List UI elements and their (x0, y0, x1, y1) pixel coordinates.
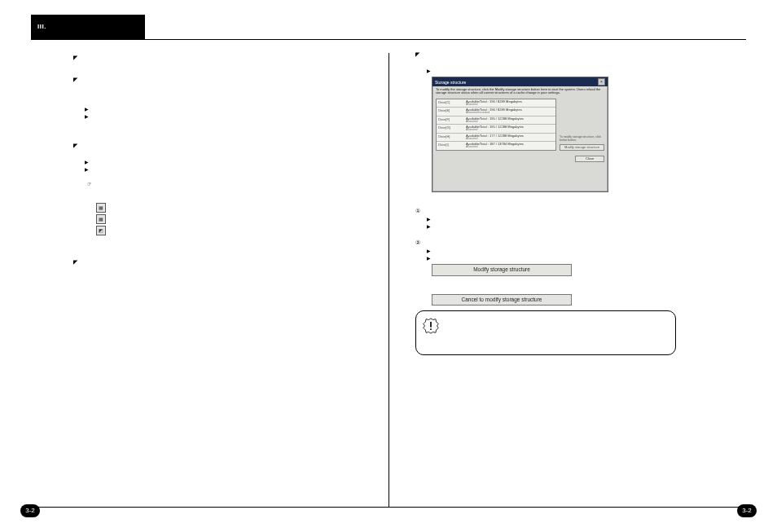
close-icon[interactable]: × (598, 78, 605, 86)
triangle-icon: ▶ (427, 68, 433, 73)
table-row: Drive[F] Available/Total : 195 / 12288 M… (437, 117, 555, 125)
modify-storage-structure-button[interactable]: Modify storage structure (432, 264, 572, 276)
toolbar-glyph-icon: ◩ (96, 226, 106, 235)
page-number-right: 3-2 (737, 504, 757, 517)
drive-status: Allocated (466, 138, 554, 141)
warning-box (415, 310, 676, 355)
list-item: ▶ (85, 166, 399, 172)
list-item: ▶ (85, 113, 399, 119)
drive-status: Allocated (466, 103, 554, 107)
list-item: ▶ (427, 216, 741, 222)
modify-storage-button[interactable]: Modify storage structure (560, 144, 604, 151)
side-hint-text: To modify storage structure, click below… (560, 135, 604, 143)
triangle-icon: ▶ (427, 248, 433, 253)
drive-status: Allocated/recorded (466, 112, 554, 115)
triangle-icon: ▶ (427, 256, 433, 261)
icon-definition-row: ▦ (96, 203, 399, 213)
list-item: ▶ (427, 223, 741, 229)
drive-label: Drive[I] (437, 142, 464, 150)
page-number-left: 3-2 (20, 504, 40, 517)
list-item: ◤ (73, 54, 399, 61)
list-item: ▶ (85, 106, 399, 112)
close-button[interactable]: Close (575, 156, 604, 162)
list-item: ▶ (427, 68, 741, 73)
drive-label: Drive[G] (437, 125, 464, 133)
icon-definition-row: ▦ (96, 214, 399, 224)
list-item: ◤ (73, 76, 399, 83)
numbered-step: ① (415, 207, 741, 214)
toolbar-glyph-icon: ▦ (96, 214, 106, 224)
note-row: ☞ (85, 182, 399, 188)
numbered-step: ② (415, 239, 741, 246)
svg-rect-1 (430, 322, 432, 328)
right-column: ◤ ▶ Storage structure × To modify the st… (415, 49, 741, 499)
dialog-titlebar: Storage structure × (432, 77, 608, 86)
table-row: Drive[I] Available/Total : 187 / 13784 M… (437, 142, 555, 150)
index-marker-icon: ◤ (73, 258, 81, 266)
triangle-icon: ▶ (427, 217, 433, 222)
warning-icon (423, 318, 439, 334)
list-item: ▶ (427, 255, 741, 261)
dialog-title-text: Storage structure (435, 79, 466, 86)
left-column: ◤ ◤ ▶ ▶ ◤ ▶ ▶ (73, 49, 399, 499)
list-item: ◤ (415, 51, 741, 58)
dialog-footer: Close (432, 152, 608, 164)
table-row: Drive[C] Available/Total : 196 / 8289 Me… (437, 99, 555, 108)
storage-structure-dialog: Storage structure × To modify the storag… (432, 77, 608, 192)
list-item: ▶ (85, 159, 399, 165)
drive-label: Drive[F] (437, 117, 464, 125)
drive-status: Allocated (466, 129, 554, 132)
table-row: Drive[G] Available/Total : 195 / 12288 M… (437, 125, 555, 134)
index-marker-icon: ◤ (73, 76, 81, 83)
list-item: ▶ (427, 248, 741, 253)
triangle-icon: ▶ (85, 107, 91, 112)
dialog-description: To modify the storage structure, click t… (432, 86, 608, 97)
dialog-body: Drive[C] Available/Total : 196 / 8289 Me… (432, 97, 608, 152)
toolbar-glyph-icon: ▦ (96, 203, 106, 213)
note-marker-icon: ☞ (85, 182, 93, 188)
drive-status: Allocated (466, 146, 554, 149)
triangle-icon: ▶ (85, 160, 91, 165)
manual-page: III. ◤ ◤ ▶ ▶ ◤ ▶ (0, 0, 777, 532)
table-row: Drive[E] Available/Total : 196 / 8289 Me… (437, 108, 555, 117)
triangle-icon: ▶ (427, 224, 433, 229)
step-number-icon: ① (415, 207, 424, 214)
list-item: ◤ (73, 142, 399, 149)
list-item: ◤ (73, 258, 399, 266)
cancel-modify-storage-button[interactable]: Cancel to modify storage structure (432, 294, 572, 306)
step-number-icon: ② (415, 239, 424, 246)
triangle-icon: ▶ (85, 114, 91, 119)
index-marker-icon: ◤ (73, 54, 81, 61)
svg-rect-2 (430, 329, 432, 331)
index-marker-icon: ◤ (415, 51, 424, 58)
drive-label: Drive[H] (437, 134, 464, 142)
index-marker-icon: ◤ (73, 142, 81, 149)
table-row: Drive[H] Available/Total : 177 / 12288 M… (437, 134, 555, 143)
drive-status: Allocated (466, 121, 554, 124)
icon-definition-row: ◩ (96, 226, 399, 235)
triangle-icon: ▶ (85, 167, 91, 172)
drive-table: Drive[C] Available/Total : 196 / 8289 Me… (436, 99, 556, 151)
dialog-side-panel: To modify storage structure, click below… (560, 99, 604, 151)
drive-label: Drive[C] (437, 99, 464, 108)
drive-label: Drive[E] (437, 108, 464, 116)
